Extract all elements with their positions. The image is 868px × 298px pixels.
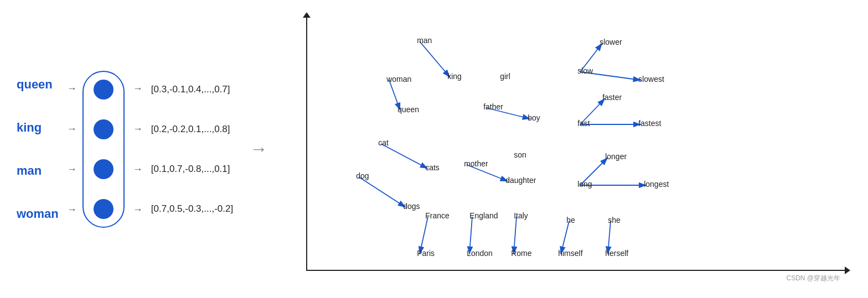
- arrows-from-capsule: → → → →: [133, 83, 143, 216]
- chart-word-France: France: [425, 211, 450, 220]
- word-king: king: [17, 121, 59, 135]
- chart-word-fast: fast: [577, 119, 590, 128]
- chart-word-queen: queen: [397, 105, 419, 114]
- arrows-to-capsule: → → → →: [67, 83, 77, 216]
- dot-1: [94, 80, 113, 100]
- chart-word-man: man: [417, 36, 432, 45]
- chart-word-father: father: [483, 102, 503, 111]
- svg-line-5: [381, 144, 428, 169]
- vector-labels: [0.3,-0.1,0.4,...,0.7] [0.2,-0.2,0.1,...…: [151, 84, 233, 215]
- watermark: CSDN @穿越光年: [786, 274, 840, 283]
- chart-arrows-svg: [284, 11, 851, 287]
- chart-word-England: England: [469, 211, 498, 220]
- chart-word-girl: girl: [500, 72, 510, 81]
- svg-line-1: [420, 41, 450, 77]
- chart-word-mother: mother: [464, 159, 488, 168]
- chart-word-fastest: fastest: [638, 119, 661, 128]
- vector-woman: [0.7,0.5,-0.3,...,-0.2]: [151, 203, 233, 215]
- chart-word-Italy: Italy: [514, 211, 528, 220]
- x-axis: [306, 270, 846, 271]
- arrow-man-in: →: [67, 164, 77, 175]
- dot-2: [94, 119, 113, 139]
- y-axis: [306, 17, 307, 271]
- chart-word-slower: slower: [600, 38, 622, 46]
- chart-word-slowest: slowest: [638, 75, 664, 83]
- chart-word-woman: woman: [386, 75, 411, 83]
- chart-word-cats: cats: [425, 163, 440, 172]
- word-labels: queen king man woman: [17, 77, 59, 221]
- chart-word-Rome: Rome: [511, 249, 531, 258]
- svg-line-6: [359, 177, 406, 207]
- vector-queen: [0.3,-0.1,0.4,...,0.7]: [151, 84, 233, 95]
- chart-word-herself: herself: [605, 249, 628, 258]
- arrow-queen-out: →: [133, 83, 143, 95]
- chart-word-faster: faster: [602, 93, 622, 102]
- chart-word-long: long: [577, 180, 592, 189]
- neural-capsule: [82, 71, 125, 228]
- arrow-woman-in: →: [67, 204, 77, 216]
- chart-word-cat: cat: [378, 138, 389, 147]
- chart-word-slow: slow: [577, 66, 593, 75]
- chart-word-he: he: [566, 216, 575, 224]
- big-arrow-icon: →: [250, 139, 267, 159]
- word-woman: woman: [17, 207, 59, 221]
- chart-word-she: she: [608, 216, 621, 224]
- chart-word-Paris: Paris: [417, 249, 435, 258]
- chart-word-dogs: dogs: [403, 202, 420, 211]
- word-man: man: [17, 164, 59, 178]
- arrow-queen-in: →: [67, 83, 77, 95]
- dot-3: [94, 159, 113, 179]
- chart-word-himself: himself: [558, 249, 582, 258]
- dot-4: [94, 199, 113, 219]
- arrow-man-out: →: [133, 164, 143, 175]
- chart-word-daughter: daughter: [505, 176, 536, 185]
- main-container: queen king man woman → → → → → → → →: [0, 0, 868, 298]
- vector-king: [0.2,-0.2,0.1,...,0.8]: [151, 124, 233, 135]
- chart-word-son: son: [514, 150, 526, 159]
- middle-transition-arrow: →: [250, 139, 267, 159]
- chart-word-king: king: [447, 72, 462, 81]
- chart-word-London: London: [467, 249, 493, 258]
- vector-man: [0.1,0.7,-0.8,...,0.1]: [151, 164, 233, 175]
- chart-word-longest: longest: [644, 180, 669, 189]
- chart-word-boy: boy: [528, 113, 540, 122]
- arrow-woman-out: →: [133, 204, 143, 216]
- chart-word-longer: longer: [605, 152, 627, 161]
- chart-word-dog: dog: [356, 171, 369, 180]
- embedding-diagram: queen king man woman → → → → → → → →: [17, 71, 233, 228]
- arrow-king-out: →: [133, 123, 143, 135]
- word-vector-chart: manwomankingqueengirlfatherboycatcatsdog…: [284, 11, 851, 287]
- arrow-king-in: →: [67, 123, 77, 135]
- word-queen: queen: [17, 77, 59, 92]
